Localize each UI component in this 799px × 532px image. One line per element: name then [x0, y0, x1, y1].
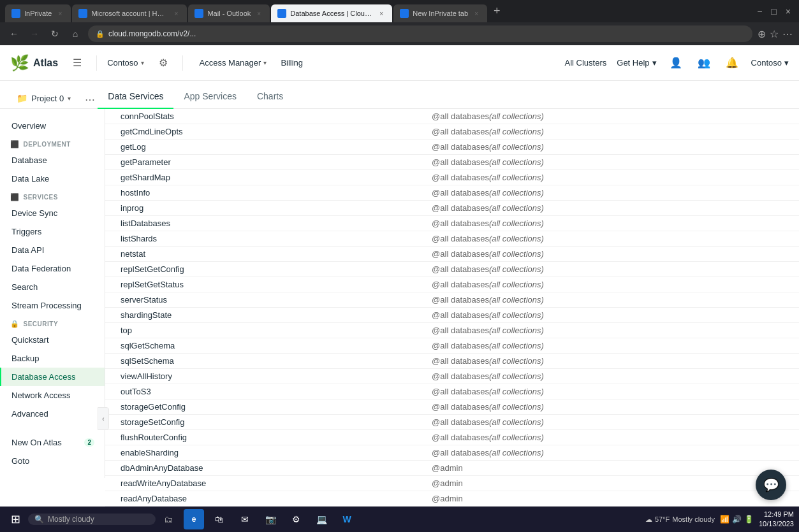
address-bar[interactable]: 🔒 cloud.mongodb.com/v2/... — [88, 25, 752, 42]
toolbar-icons: ⊕ ☆ ⋯ — [758, 28, 793, 40]
table-cell-action: storageGetConfig — [105, 399, 421, 415]
table-row: netstat@all databases(all collections) — [105, 247, 799, 262]
get-help-label: Get Help — [617, 58, 649, 68]
tab-data-services[interactable]: Data Services — [98, 85, 173, 109]
sidebar-item-database[interactable]: Database — [0, 151, 105, 169]
table-row: inprog@all databases(all collections) — [105, 201, 799, 216]
table-cell-action: replSetGetConfig — [105, 262, 421, 277]
nav-item-billing[interactable]: Billing — [274, 54, 309, 71]
permissions-table: connPoolStats@all databases(all collecti… — [105, 109, 799, 507]
nav-gear[interactable]: ⚙ — [154, 54, 172, 72]
table-row: getCmdLineOpts@all databases(all collect… — [105, 124, 799, 140]
sidebar-item-advanced[interactable]: Advanced — [0, 405, 105, 423]
sidebar-item-data-api[interactable]: Data API — [0, 241, 105, 259]
sidebar-security-header: 🔒 SECURITY — [0, 315, 105, 331]
bell-icon[interactable]: 🔔 — [723, 54, 741, 72]
browser-tab-atlas[interactable]: Database Access | Cloud Mong... × — [271, 4, 392, 22]
nav-item-access-manager-label: Access Manager — [200, 58, 261, 68]
services-section-label: SERVICES — [24, 194, 58, 201]
sidebar-item-network-access[interactable]: Network Access — [0, 386, 105, 405]
team-icon[interactable]: 👥 — [695, 54, 713, 72]
sidebar-database-label: Database — [11, 155, 47, 165]
table-row: enableSharding@all databases(all collect… — [105, 445, 799, 461]
new-tab-button[interactable]: + — [488, 2, 506, 20]
secondary-nav: 📁 Project 0 ▾ ⋯ Data Services App Servic… — [0, 81, 799, 109]
sidebar-item-new-on-atlas[interactable]: New On Atlas 2 — [0, 433, 105, 452]
tab-app-services[interactable]: App Services — [173, 85, 246, 109]
sidebar-stream-processing-label: Stream Processing — [11, 301, 82, 310]
table-row: viewAllHistory@all databases(all collect… — [105, 369, 799, 384]
content-area: Overview ⬛ DEPLOYMENT Database Data Lake… — [0, 109, 799, 507]
project-selector[interactable]: 📁 Project 0 ▾ — [10, 88, 77, 108]
table-cell-resource: @all databases(all collections) — [421, 216, 799, 231]
sidebar-item-overview[interactable]: Overview — [0, 117, 105, 135]
table-row: getLog@all databases(all collections) — [105, 140, 799, 155]
sidebar-item-backup[interactable]: Backup — [0, 349, 105, 368]
deployment-section-icon: ⬛ — [10, 140, 20, 148]
extensions-icon[interactable]: ⊕ — [758, 28, 766, 40]
table-cell-action: sqlSetSchema — [105, 354, 421, 369]
browser-tab-new[interactable]: New InPrivate tab × — [393, 4, 487, 22]
table-cell-resource: @all databases(all collections) — [421, 201, 799, 216]
browser-tab-inprivate[interactable]: InPrivate × — [5, 4, 71, 22]
sidebar-item-quickstart[interactable]: Quickstart — [0, 331, 105, 349]
sidebar-item-stream-processing[interactable]: Stream Processing — [0, 296, 105, 315]
collapse-sidebar-btn[interactable]: ‹ — [98, 407, 109, 430]
atlas-leaf-icon: 🌿 — [10, 54, 29, 72]
sidebar-data-federation-label: Data Federation — [11, 264, 71, 273]
table-row: replSetGetConfig@all databases(all colle… — [105, 262, 799, 277]
nav-forward[interactable]: → — [27, 26, 42, 41]
nav-back[interactable]: ← — [6, 26, 22, 41]
sidebar-item-data-federation[interactable]: Data Federation — [0, 259, 105, 278]
browser-window-controls[interactable]: −□× — [754, 5, 794, 18]
table-cell-action: sqlGetSchema — [105, 338, 421, 354]
nav-item-access-manager[interactable]: Access Manager ▾ — [193, 54, 274, 71]
get-help-btn[interactable]: Get Help ▾ — [617, 58, 656, 68]
table-cell-resource: @all databases(all collections) — [421, 338, 799, 354]
table-cell-action: readAnyDatabase — [105, 491, 421, 507]
nav-divider-2 — [182, 55, 183, 71]
chat-bubble[interactable]: 💬 — [756, 470, 786, 500]
table-row: listDatabases@all databases(all collecti… — [105, 216, 799, 231]
table-cell-action: readWriteAnyDatabase — [105, 476, 421, 491]
sidebar-goto-label: Goto — [11, 456, 29, 466]
sidebar-item-data-lake[interactable]: Data Lake — [0, 169, 105, 188]
table-area: connPoolStats@all databases(all collecti… — [105, 109, 799, 507]
user-icon[interactable]: 👤 — [667, 54, 685, 72]
table-cell-action: replSetGetStatus — [105, 277, 421, 292]
table-row: storageGetConfig@all databases(all colle… — [105, 399, 799, 415]
sidebar-item-goto[interactable]: Goto — [0, 452, 105, 470]
project-more-icon[interactable]: ⋯ — [82, 91, 98, 108]
all-clusters-btn[interactable]: All Clusters — [565, 58, 607, 68]
favorites-icon[interactable]: ☆ — [770, 28, 779, 40]
sidebar-new-on-atlas-label: New On Atlas — [11, 438, 62, 447]
sidebar-item-database-access[interactable]: Database Access — [0, 368, 105, 386]
folder-icon: 📁 — [17, 93, 27, 103]
sidebar-device-sync-label: Device Sync — [11, 208, 57, 218]
nav-refresh[interactable]: ↻ — [47, 26, 62, 41]
nav-home[interactable]: ⌂ — [68, 26, 83, 41]
browser-tab-mail[interactable]: Mail - Outlook × — [188, 4, 270, 22]
project-chevron-icon: ▾ — [68, 95, 71, 102]
sidebar-network-access-label: Network Access — [11, 391, 70, 400]
sidebar: Overview ⬛ DEPLOYMENT Database Data Lake… — [0, 109, 105, 478]
table-cell-resource: @admin — [421, 476, 799, 491]
main-content: connPoolStats@all databases(all collecti… — [105, 109, 799, 507]
org-user-selector[interactable]: Contoso ▾ — [751, 58, 789, 68]
atlas-logo[interactable]: 🌿 Atlas — [10, 54, 58, 72]
nav-icon-list[interactable]: ☰ — [68, 54, 86, 72]
org-selector[interactable]: Contoso ▾ — [107, 58, 143, 68]
browser-tab-ms-home[interactable]: Microsoft account | Home × — [72, 4, 187, 22]
sidebar-item-triggers[interactable]: Triggers — [0, 222, 105, 241]
top-nav: 🌿 Atlas ☰ Contoso ▾ ⚙ Access Manager ▾ B… — [0, 45, 799, 81]
lock-icon: 🔒 — [96, 30, 105, 38]
org-user-chevron-icon: ▾ — [784, 58, 789, 68]
sidebar-overview-label: Overview — [11, 121, 46, 131]
table-row: hostInfo@all databases(all collections) — [105, 185, 799, 201]
access-manager-chevron-icon: ▾ — [263, 59, 267, 66]
tab-charts[interactable]: Charts — [247, 85, 293, 109]
sidebar-item-device-sync[interactable]: Device Sync — [0, 204, 105, 222]
table-cell-resource: @all databases(all collections) — [421, 384, 799, 399]
sidebar-item-search[interactable]: Search — [0, 278, 105, 296]
settings-icon[interactable]: ⋯ — [782, 28, 793, 40]
